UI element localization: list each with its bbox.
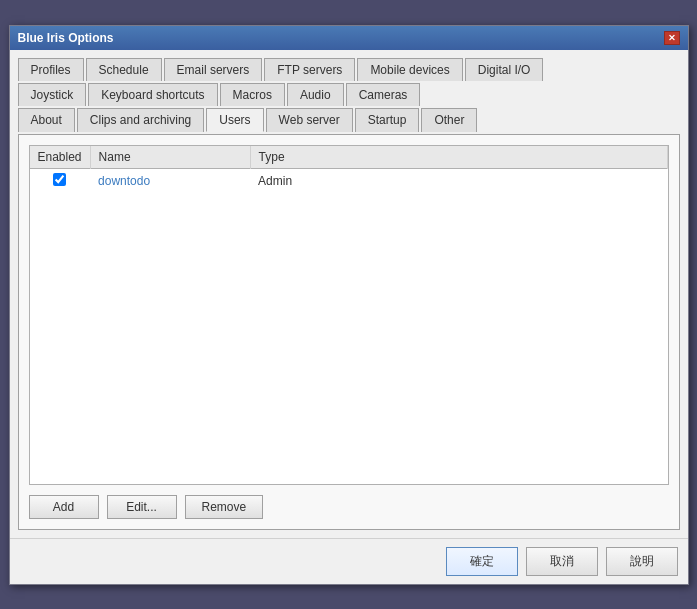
title-bar-controls: ✕ (664, 31, 680, 45)
cancel-button[interactable]: 取消 (526, 547, 598, 576)
main-window: Blue Iris Options ✕ ProfilesScheduleEmai… (9, 25, 689, 585)
cell-enabled[interactable] (30, 168, 91, 193)
tab-clips-archiving[interactable]: Clips and archiving (77, 108, 204, 132)
col-header-type: Type (250, 146, 667, 169)
tabs-row-2: JoystickKeyboard shortcutsMacrosAudioCam… (18, 83, 680, 108)
content-area: ProfilesScheduleEmail serversFTP servers… (10, 50, 688, 538)
ok-button[interactable]: 確定 (446, 547, 518, 576)
tab-joystick[interactable]: Joystick (18, 83, 87, 106)
tab-macros[interactable]: Macros (220, 83, 285, 106)
tab-ftp-servers[interactable]: FTP servers (264, 58, 355, 81)
tab-users[interactable]: Users (206, 108, 263, 132)
tab-schedule[interactable]: Schedule (86, 58, 162, 81)
tab-startup[interactable]: Startup (355, 108, 420, 132)
window-title: Blue Iris Options (18, 31, 114, 45)
users-table: Enabled Name Type downtodoAdmin (30, 146, 668, 193)
tab-panel-users: Enabled Name Type downtodoAdmin Add Edit… (18, 134, 680, 530)
table-row[interactable]: downtodoAdmin (30, 168, 668, 193)
users-table-container: Enabled Name Type downtodoAdmin (29, 145, 669, 485)
cell-type: Admin (250, 168, 667, 193)
tab-other[interactable]: Other (421, 108, 477, 132)
help-button[interactable]: 說明 (606, 547, 678, 576)
edit-button[interactable]: Edit... (107, 495, 177, 519)
add-button[interactable]: Add (29, 495, 99, 519)
tab-audio[interactable]: Audio (287, 83, 344, 106)
title-bar: Blue Iris Options ✕ (10, 26, 688, 50)
action-row: Add Edit... Remove (29, 495, 669, 519)
tab-mobile-devices[interactable]: Mobile devices (357, 58, 462, 81)
remove-button[interactable]: Remove (185, 495, 264, 519)
tab-keyboard-shortcuts[interactable]: Keyboard shortcuts (88, 83, 217, 106)
tab-profiles[interactable]: Profiles (18, 58, 84, 81)
cell-name: downtodo (90, 168, 250, 193)
bottom-bar: 確定 取消 說明 (10, 538, 688, 584)
col-header-enabled: Enabled (30, 146, 91, 169)
user-enabled-checkbox[interactable] (53, 173, 66, 186)
table-header-row: Enabled Name Type (30, 146, 668, 169)
col-header-name: Name (90, 146, 250, 169)
tabs-row-3: AboutClips and archivingUsersWeb serverS… (18, 108, 680, 134)
close-button[interactable]: ✕ (664, 31, 680, 45)
tab-cameras[interactable]: Cameras (346, 83, 421, 106)
tab-about[interactable]: About (18, 108, 75, 132)
tab-web-server[interactable]: Web server (266, 108, 353, 132)
tab-email-servers[interactable]: Email servers (164, 58, 263, 81)
tab-digital-io[interactable]: Digital I/O (465, 58, 544, 81)
tabs-row-1: ProfilesScheduleEmail serversFTP servers… (18, 58, 680, 83)
